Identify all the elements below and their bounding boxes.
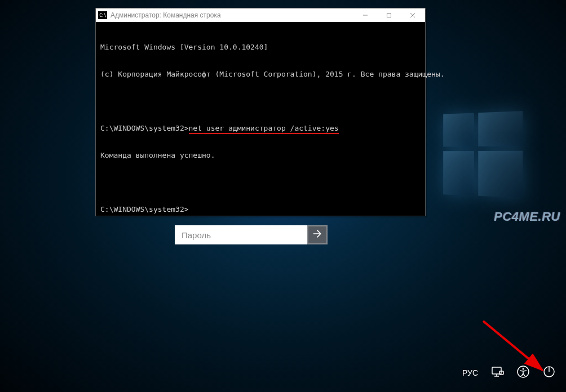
cmd-output-line: Microsoft Windows [Version 10.0.10240]	[100, 43, 421, 52]
cmd-entered-command: net user администратор /active:yes	[189, 124, 339, 134]
minimize-button[interactable]	[355, 9, 375, 21]
accessibility-icon	[516, 370, 530, 381]
monitor-icon	[490, 370, 504, 381]
close-icon	[410, 10, 415, 20]
cmd-body[interactable]: Microsoft Windows [Version 10.0.10240] (…	[96, 22, 425, 234]
svg-point-7	[523, 368, 524, 370]
cmd-titlebar[interactable]: C:\ Администратор: Командная строка	[96, 8, 425, 22]
minimize-icon	[362, 10, 368, 20]
ease-of-access-button[interactable]	[516, 365, 530, 381]
network-button[interactable]	[490, 365, 504, 381]
svg-rect-1	[387, 14, 391, 17]
cmd-window-title: Администратор: Командная строка	[110, 11, 352, 19]
watermark: PC4ME.RU	[494, 210, 560, 224]
maximize-button[interactable]	[379, 9, 399, 21]
svg-line-10	[483, 321, 542, 370]
close-button[interactable]	[403, 9, 423, 21]
language-indicator[interactable]: РУС	[462, 368, 478, 377]
windows-logo-background	[443, 111, 523, 198]
cmd-prompt-line: C:\WINDOWS\system32>net user администрат…	[100, 124, 421, 133]
maximize-icon	[386, 10, 392, 20]
login-screen-corner: РУС	[462, 365, 556, 381]
cmd-app-icon: C:\	[98, 11, 107, 19]
cmd-output-line: (c) Корпорация Майкрософт (Microsoft Cor…	[100, 70, 421, 79]
power-icon	[542, 370, 556, 381]
power-button[interactable]	[542, 365, 556, 381]
command-prompt-window: C:\ Администратор: Командная строка Micr…	[95, 8, 426, 216]
cmd-prompt-line: C:\WINDOWS\system32>	[100, 205, 421, 214]
cmd-output-line: Команда выполнена успешно.	[100, 151, 421, 160]
